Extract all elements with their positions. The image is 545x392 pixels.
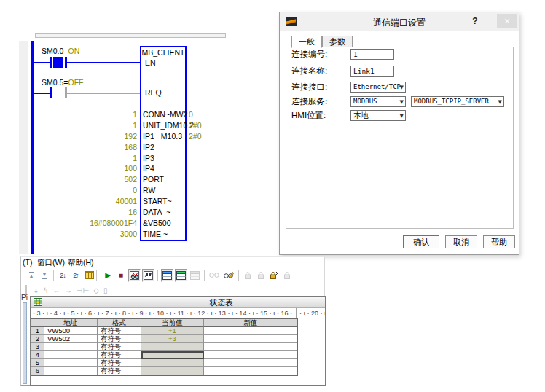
new-value-cell[interactable] (204, 327, 297, 335)
new-value-cell[interactable] (204, 343, 297, 351)
trend-view-button[interactable] (128, 269, 141, 282)
conn-interface-select[interactable]: Ethernet/TCP▼ (350, 82, 406, 93)
pin-name: TIME ~ (143, 229, 168, 240)
run-button[interactable]: ▶ (102, 269, 114, 282)
row-number-cell[interactable]: 2 (31, 335, 44, 343)
menu-help[interactable]: 帮助(H) (68, 258, 94, 268)
close-icon[interactable]: ✕ (497, 14, 517, 28)
address-cell[interactable] (44, 359, 98, 367)
stop-button[interactable]: ■ (115, 269, 127, 282)
contact-bar[interactable] (50, 87, 52, 98)
chart-pause-icon (144, 271, 153, 280)
hmi-position-label: HMI位置: (291, 110, 326, 121)
row-number-cell[interactable]: 4 (31, 351, 44, 359)
pin-input-value: 1 (71, 153, 137, 164)
contact-energized-sm00[interactable] (53, 57, 63, 68)
menu-window[interactable]: 窗口(W) (37, 258, 65, 268)
row-number-cell[interactable]: 1 (31, 327, 44, 335)
address-cell[interactable] (44, 343, 98, 351)
block-pin-row: 40001 START~ (71, 196, 217, 207)
header-new-value[interactable]: 新值 (204, 319, 297, 327)
sort-ascending-button[interactable]: 2↓ (57, 269, 68, 282)
conn-service-label: 连接服务: (291, 96, 327, 107)
new-value-cell[interactable] (204, 351, 297, 359)
pin-output-value: 2#0 (189, 131, 202, 142)
chart-status-button[interactable] (161, 269, 173, 282)
format-cell[interactable]: 有符号 (98, 367, 141, 375)
read-forced-button[interactable] (281, 269, 293, 282)
current-value-cell[interactable] (141, 367, 205, 375)
hmi-position-select[interactable]: 本地▼ (350, 110, 406, 121)
monitor-button[interactable] (208, 269, 221, 282)
unforce-button[interactable] (255, 269, 267, 282)
block-pin-row: 1 IP3 (71, 153, 217, 164)
pane-divider (296, 308, 297, 318)
pin-output-value: 0 (189, 109, 193, 120)
pin-name: START~ (143, 196, 172, 207)
current-value-cell[interactable] (141, 351, 205, 359)
row-number-cell[interactable]: 6 (31, 367, 44, 375)
block-pin-row: 168 IP2 (71, 142, 217, 153)
paste-table-button[interactable] (83, 269, 95, 282)
format-cell[interactable]: 有符号 (98, 351, 141, 359)
new-value-cell[interactable] (204, 335, 297, 343)
pin-input-value: 40001 (71, 196, 137, 207)
help-button[interactable]: 帮助 (483, 235, 515, 248)
address-cell[interactable]: VW502 (44, 335, 98, 343)
table-row: 4 有符号 (31, 351, 297, 359)
pin-input-value: 3000 (71, 229, 137, 240)
address-cell[interactable] (44, 351, 98, 359)
conn-service-select[interactable]: MODBUS▼ (350, 96, 406, 107)
trend-pause-button[interactable] (142, 269, 154, 282)
status-window-title: 状态表 (210, 298, 233, 308)
new-value-cell[interactable] (204, 367, 297, 375)
row-number-cell[interactable]: 3 (31, 343, 44, 351)
single-read-button[interactable] (175, 269, 187, 282)
conn-number-input[interactable]: 1 (350, 49, 394, 60)
block-pin-row: 1 CONN~ MW2 0 (71, 109, 217, 120)
menu-tools-fragment[interactable]: (T) (23, 258, 32, 267)
format-cell[interactable]: 有符号 (98, 335, 141, 343)
write-values-button[interactable] (222, 269, 235, 282)
help-icon[interactable]: ? (469, 16, 481, 26)
current-value-cell[interactable]: +1 (141, 327, 205, 335)
tab-general[interactable]: 一般 (291, 36, 322, 48)
table-row: 1 VW500 有符号 +1 (31, 327, 297, 335)
screen: SM0.0=ON SM0.5=OFF MB_CLIENT EN REQ 1 CO… (0, 0, 545, 392)
format-cell[interactable]: 有符号 (98, 359, 141, 367)
status-chart-app-window: (T) 窗口(W) 帮助(H) ▲ ▼ 2↓ 2↑ ▶ ■ (20, 256, 325, 386)
sort-descending-button[interactable]: 2↑ (70, 269, 82, 282)
multiple-read-button[interactable] (189, 269, 201, 282)
conn-name-input[interactable]: Link1 (350, 66, 394, 77)
address-cell[interactable]: VW500 (44, 327, 98, 335)
header-address[interactable]: 地址 (44, 319, 98, 327)
conn-service-type-value: MODBUS_TCPIP_SERVER (414, 98, 489, 105)
move-to-bottom-button[interactable]: ▼ (39, 269, 50, 282)
conn-service-type-select[interactable]: MODBUS_TCPIP_SERVER▼ (411, 96, 504, 107)
format-cell[interactable]: 有符号 (98, 343, 141, 351)
header-format[interactable]: 格式 (98, 319, 141, 327)
current-value-cell[interactable] (141, 359, 205, 367)
block-pin-row: 16 DATA_~ (71, 207, 217, 218)
pin-names: START~ (141, 196, 184, 207)
operand-text: SM0.0= (42, 47, 68, 55)
move-to-top-button[interactable]: ▲ (26, 269, 37, 282)
cancel-button[interactable]: 取消 (445, 235, 477, 248)
tab-parameters[interactable]: 参数 (322, 36, 353, 47)
format-cell[interactable]: 有符号 (98, 327, 141, 335)
force-button[interactable] (242, 269, 254, 282)
contact-bar (50, 57, 52, 68)
confirm-button[interactable]: 确认 (403, 235, 439, 248)
operand-value: ON (68, 47, 79, 55)
vertical-scrollbar[interactable] (23, 302, 27, 384)
address-cell[interactable] (44, 367, 98, 375)
row-number-cell[interactable]: 5 (31, 359, 44, 367)
pin-name: UNIT_ID (143, 120, 173, 131)
pin-req: REQ (145, 88, 162, 97)
new-value-cell[interactable] (204, 359, 297, 367)
current-value-cell[interactable]: +3 (141, 335, 205, 343)
current-value-cell[interactable] (141, 343, 205, 351)
unforce-all-button[interactable] (268, 269, 280, 282)
header-current-value[interactable]: 当前值 (141, 319, 205, 327)
editor-gutter (19, 41, 28, 254)
